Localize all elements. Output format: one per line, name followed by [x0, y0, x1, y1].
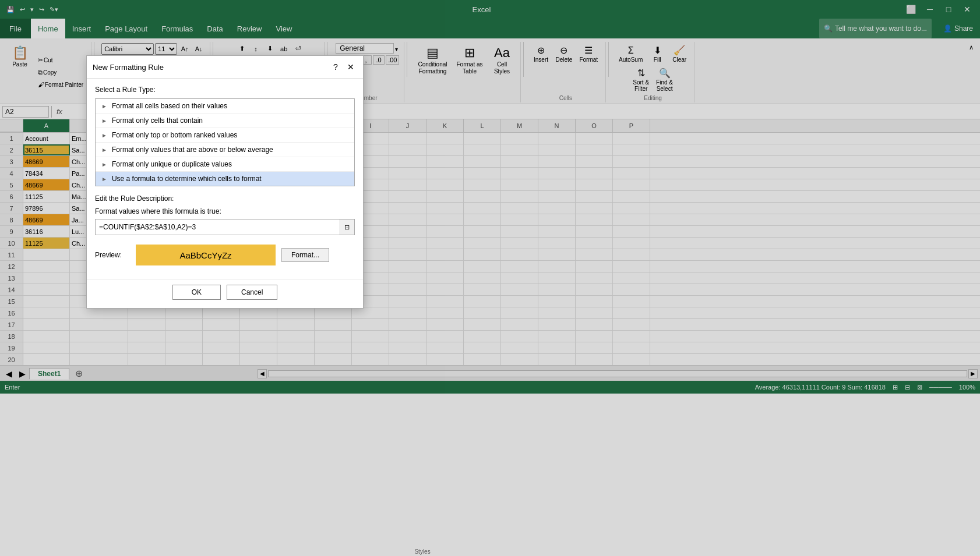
rule-item-4[interactable]: ► Format only unique or duplicate values: [96, 157, 354, 172]
rule-label-2: Format only top or bottom ranked values: [112, 131, 237, 139]
rule-item-5[interactable]: ► Use a formula to determine which cells…: [96, 172, 354, 186]
new-formatting-rule-dialog: New Formatting Rule ? ✕ Select a Rule Ty…: [86, 55, 364, 309]
preview-box: AaBbCcYyZz: [136, 245, 276, 265]
formula-label: Format values where this formula is true…: [95, 207, 355, 215]
dialog-footer: OK Cancel: [87, 279, 363, 308]
select-rule-type-label: Select a Rule Type:: [95, 86, 355, 94]
rule-item-0[interactable]: ► Format all cells based on their values: [96, 99, 354, 114]
rule-arrow-4: ►: [101, 161, 107, 168]
dialog-title: New Formatting Rule: [93, 63, 164, 72]
dialog-help-btn[interactable]: ?: [329, 61, 342, 73]
preview-text: AaBbCcYyZz: [179, 250, 231, 260]
rule-label-3: Format only values that are above or bel…: [112, 146, 273, 154]
rule-item-2[interactable]: ► Format only top or bottom ranked value…: [96, 128, 354, 143]
formula-input-container: ⊡: [95, 219, 355, 235]
rule-label-0: Format all cells based on their values: [112, 102, 227, 110]
dialog-body: Select a Rule Type: ► Format all cells b…: [87, 79, 363, 279]
rule-item-1[interactable]: ► Format only cells that contain: [96, 114, 354, 128]
dialog-overlay: New Formatting Rule ? ✕ Select a Rule Ty…: [0, 0, 980, 394]
preview-label: Preview:: [95, 251, 130, 259]
dialog-close-btn[interactable]: ✕: [344, 61, 357, 73]
format-button[interactable]: Format...: [281, 248, 329, 262]
rule-label-5: Use a formula to determine which cells t…: [112, 175, 262, 183]
preview-row: Preview: AaBbCcYyZz Format...: [95, 245, 355, 265]
rule-arrow-5: ►: [101, 176, 107, 182]
rule-arrow-0: ►: [101, 103, 107, 109]
rule-item-3[interactable]: ► Format only values that are above or b…: [96, 143, 354, 157]
dialog-ok-btn[interactable]: OK: [172, 285, 221, 300]
rule-label-4: Format only unique or duplicate values: [112, 160, 232, 168]
rule-arrow-3: ►: [101, 147, 107, 153]
rule-arrow-1: ►: [101, 118, 107, 124]
dialog-titlebar: New Formatting Rule ? ✕: [87, 56, 363, 79]
formula-collapse-btn[interactable]: ⊡: [339, 219, 354, 235]
collapse-icon: ⊡: [344, 224, 350, 231]
rule-list: ► Format all cells based on their values…: [95, 98, 355, 186]
rule-arrow-2: ►: [101, 132, 107, 139]
formula-value-input[interactable]: [96, 223, 339, 231]
rule-label-1: Format only cells that contain: [112, 116, 203, 125]
dialog-cancel-btn[interactable]: Cancel: [227, 285, 277, 300]
edit-rule-description-label: Edit the Rule Description:: [95, 194, 355, 203]
dialog-title-controls: ? ✕: [329, 61, 357, 73]
